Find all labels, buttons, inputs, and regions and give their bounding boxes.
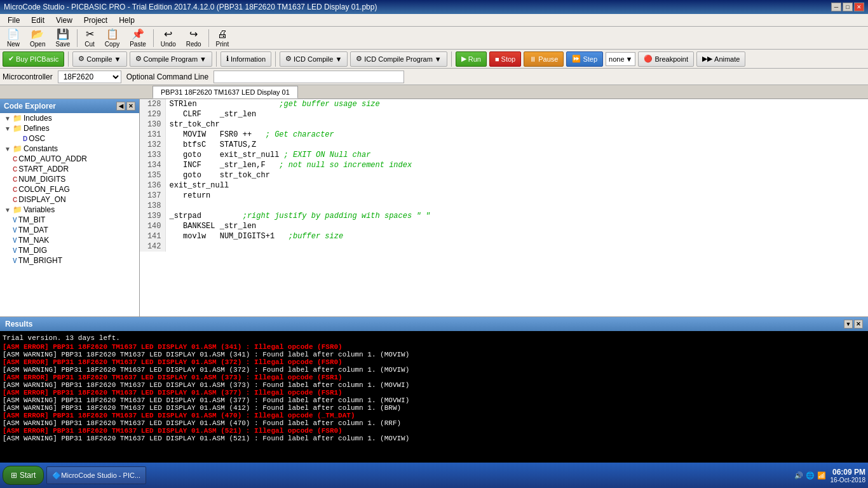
maximize-button[interactable]: □	[843, 3, 853, 11]
open-button[interactable]: 📂 Open	[25, 28, 50, 48]
stop-button[interactable]: ■ Stop	[489, 51, 521, 67]
information-button[interactable]: ℹ Information	[220, 51, 271, 67]
line-number: 136	[140, 180, 165, 191]
save-button[interactable]: 💾 Save	[51, 28, 74, 48]
compile-program-icon: ⚙	[135, 55, 142, 63]
buy-icon: ✔	[8, 55, 14, 63]
code-table: 128STRlen ;get buffer usage size129 CLRF…	[140, 99, 868, 252]
menu-file[interactable]: File	[3, 15, 25, 26]
sidebar-pin-button[interactable]: ◀	[116, 102, 125, 111]
line-number: 129	[140, 109, 165, 119]
sidebar-item-constants[interactable]: ▼ 📁 Constants	[0, 144, 139, 154]
tray-icon-3: 📶	[817, 471, 826, 480]
paste-button[interactable]: 📌 Paste	[125, 28, 151, 48]
taskbar-app-button[interactable]: 🔷 MicroCode Studio - PIC...	[46, 466, 146, 484]
taskbar: ⊞ Start 🔷 MicroCode Studio - PIC... 🔊 🌐 …	[0, 463, 868, 488]
sidebar-item-colon-flag[interactable]: C COLON_FLAG	[0, 184, 139, 194]
table-row: 131 MOVIW FSR0 ++ ; Get character	[140, 130, 868, 140]
sidebar-item-osc[interactable]: D OSC	[0, 133, 139, 144]
results-controls: ▼ ✕	[844, 320, 863, 329]
line-number: 138	[140, 201, 165, 211]
code-line-content: STRlen ;get buffer usage size	[165, 99, 868, 109]
sidebar-item-tm-nak[interactable]: V TM_NAK	[0, 235, 139, 245]
buy-picbasic-button[interactable]: ✔ Buy PICBasic	[3, 51, 64, 67]
sidebar-close-button[interactable]: ✕	[126, 102, 135, 111]
breakpoint-button[interactable]: 🔴 Breakpoint	[638, 51, 694, 67]
menu-edit[interactable]: Edit	[26, 15, 50, 26]
start-button[interactable]: ⊞ Start	[3, 466, 44, 485]
step-button[interactable]: ⏩ Step	[566, 51, 603, 67]
sidebar-item-num-digits[interactable]: C NUM_DIGITS	[0, 174, 139, 184]
icd-compile-button[interactable]: ⚙ ICD Compile ▼	[280, 51, 348, 67]
compile-program-button[interactable]: ⚙ Compile Program ▼	[130, 51, 212, 67]
compile-button[interactable]: ⚙ Compile ▼	[72, 51, 126, 67]
optional-cmd-label: Optional Command Line	[126, 72, 208, 81]
none-dropdown[interactable]: none ▼	[606, 52, 635, 66]
sidebar-item-includes[interactable]: ▼ 📁 Includes	[0, 113, 139, 123]
window-controls: ─ □ ✕	[831, 3, 864, 11]
print-button[interactable]: 🖨 Print	[212, 28, 234, 48]
sidebar-item-start-addr[interactable]: C START_ADDR	[0, 164, 139, 174]
const-icon: C	[13, 196, 17, 203]
const-icon: C	[13, 156, 17, 163]
new-button[interactable]: 📄 New	[3, 28, 24, 48]
code-line-content: _strpad ;right justify by padding with s…	[165, 211, 868, 221]
code-line-content: CLRF _str_len	[165, 109, 868, 119]
redo-button[interactable]: ↪ Redo	[182, 28, 206, 48]
animate-button[interactable]: ▶▶ Animate	[696, 51, 745, 67]
sidebar-item-display-on[interactable]: C DISPLAY_ON	[0, 194, 139, 205]
tab-main-file[interactable]: PBP31 18F2620 TM1637 LED Display 01	[153, 86, 298, 98]
editor-scroll[interactable]: 128STRlen ;get buffer usage size129 CLRF…	[140, 99, 868, 316]
const-icon: C	[13, 166, 17, 173]
sidebar-item-defines[interactable]: ▼ 📁 Defines	[0, 123, 139, 133]
pause-button[interactable]: ⏸ Pause	[524, 51, 564, 67]
folder-icon: 📁	[13, 144, 22, 153]
step-label: Step	[583, 55, 597, 63]
code-line-content: MOVIW FSR0 ++ ; Get character	[165, 130, 868, 140]
sidebar-item-variables[interactable]: ▼ 📁 Variables	[0, 205, 139, 215]
sidebar-item-tm-bright[interactable]: V TM_BRIGHT	[0, 255, 139, 266]
run-button[interactable]: ▶ Run	[456, 51, 487, 67]
icd-compile-program-button[interactable]: ⚙ ICD Compile Program ▼	[350, 51, 447, 67]
icd-compile-dropdown-icon: ▼	[335, 55, 342, 63]
microcontroller-select[interactable]: 18F2620	[58, 71, 121, 83]
menu-view[interactable]: View	[51, 15, 78, 26]
code-line-content: str_tok_chr	[165, 119, 868, 130]
menu-project[interactable]: Project	[79, 15, 112, 26]
results-close-btn[interactable]: ✕	[854, 320, 863, 329]
undo-button[interactable]: ↩ Undo	[156, 28, 180, 48]
close-button[interactable]: ✕	[854, 3, 864, 11]
menu-help[interactable]: Help	[114, 15, 140, 26]
icd-compile-program-icon: ⚙	[356, 55, 362, 63]
none-value: none	[609, 55, 624, 63]
line-number: 133	[140, 150, 165, 160]
clock-time: 06:09 PM	[830, 468, 865, 477]
copy-icon: 📋	[106, 28, 119, 40]
microcontroller-label: Microcontroller	[3, 72, 53, 81]
sidebar-item-cmd-auto-addr[interactable]: C CMD_AUTO_ADDR	[0, 154, 139, 164]
menu-bar: File Edit View Project Help	[0, 14, 868, 27]
cut-button[interactable]: ✂ Cut	[80, 28, 99, 48]
results-dropdown-btn[interactable]: ▼	[844, 320, 853, 329]
sidebar-item-tm-bit[interactable]: V TM_BIT	[0, 215, 139, 225]
result-line: [ASM WARNING] PBP31 18F2620 TM1637 LED D…	[3, 381, 865, 389]
var-icon: V	[13, 257, 17, 264]
pause-icon: ⏸	[529, 55, 536, 63]
result-line: [ASM WARNING] PBP31 18F2620 TM1637 LED D…	[3, 404, 865, 412]
separator3	[208, 29, 209, 47]
open-icon: 📂	[31, 28, 44, 40]
sidebar-header: Code Explorer ◀ ✕	[0, 99, 139, 113]
line-number: 142	[140, 241, 165, 252]
sidebar-item-tm-dat[interactable]: V TM_DAT	[0, 225, 139, 235]
breakpoint-label: Breakpoint	[654, 55, 688, 63]
minimize-button[interactable]: ─	[831, 3, 841, 11]
sidebar-item-tm-dig[interactable]: V TM_DIG	[0, 245, 139, 255]
main-layout: Code Explorer ◀ ✕ ▼ 📁 Includes ▼	[0, 99, 868, 488]
copy-button[interactable]: 📋 Copy	[100, 28, 124, 48]
expand-variables-icon: ▼	[3, 207, 13, 214]
optional-cmd-input[interactable]	[214, 71, 404, 83]
code-editor[interactable]: 128STRlen ;get buffer usage size129 CLRF…	[140, 99, 868, 316]
line-number: 141	[140, 231, 165, 241]
define-icon: D	[23, 135, 27, 142]
table-row: 139_strpad ;right justify by padding wit…	[140, 211, 868, 221]
